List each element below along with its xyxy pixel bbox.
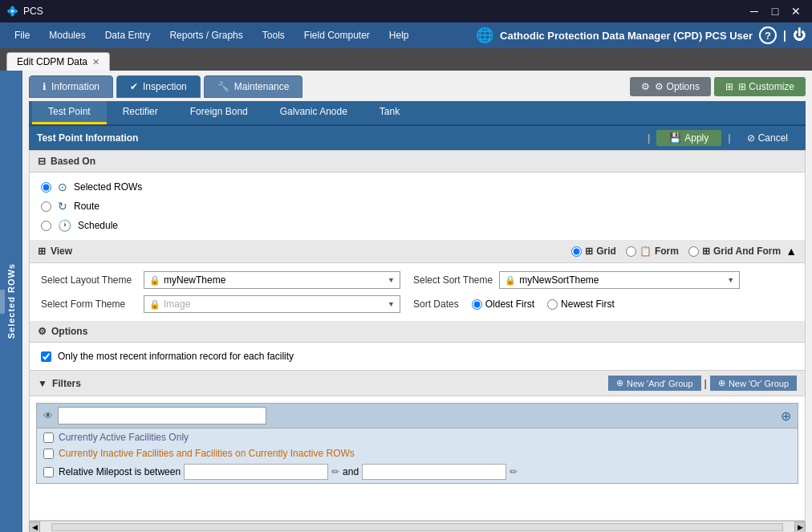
apply-button[interactable]: 💾 Apply (656, 130, 721, 146)
sort-lock-icon: 🔒 (505, 275, 516, 286)
filter-inactive-checkbox[interactable] (43, 449, 54, 459)
filter-milepost-checkbox[interactable] (43, 467, 54, 477)
tab-maintenance[interactable]: 🔧 Maintenance (204, 75, 303, 98)
tab-inspection-label: Inspection (143, 81, 187, 92)
edit-icon-2[interactable]: ✏ (510, 466, 518, 477)
subtab-rectifier[interactable]: Rectifier (107, 101, 174, 124)
filter-item-milepost: Relative Milepost is between ✏ and ✏ (43, 464, 791, 480)
form-theme-select[interactable]: 🔒 Image (144, 295, 400, 313)
tab-bar: Edit CDPM Data ✕ (0, 48, 812, 71)
horizontal-scrollbar-track[interactable] (51, 523, 783, 531)
menu-tools[interactable]: Tools (254, 26, 293, 44)
most-recent-checkbox[interactable]: Only the most recent information record … (41, 351, 794, 362)
tab-close-icon[interactable]: ✕ (92, 57, 99, 67)
filters-buttons: ⊕ New 'And' Group | ⊕ New 'Or' Group (608, 376, 797, 391)
view-icon-filter: 👁 (43, 410, 53, 421)
filter-group-header: 👁 ⊕ (37, 404, 798, 428)
minimize-button[interactable]: ─ (745, 3, 764, 19)
rows-icon: ⊙ (58, 181, 67, 193)
table-icon: ⊞ (38, 246, 46, 257)
gear-options-icon: ⚙ (38, 326, 47, 337)
view-mode-group: ⊞ Grid 📋 Form ⊞ Grid And Form (571, 246, 781, 257)
panel-header: Test Point Information | 💾 Apply | ⊘ Can… (29, 126, 806, 150)
divider: | (648, 132, 650, 144)
menu-modules[interactable]: Modules (41, 26, 93, 44)
new-or-group-button[interactable]: ⊕ New 'Or' Group (710, 376, 797, 391)
content-area: ℹ Information ✔ Inspection 🔧 Maintenance… (22, 71, 812, 532)
menu-reports[interactable]: Reports / Graphs (161, 26, 250, 44)
logout-icon[interactable]: ⏻ (793, 28, 806, 43)
radio-selected-rows[interactable]: ⊙ Selected ROWs (41, 181, 794, 193)
subtab-tank[interactable]: Tank (363, 101, 416, 124)
radio-route[interactable]: ↻ Route (41, 200, 794, 213)
view-form[interactable]: 📋 Form (626, 246, 679, 257)
menu-file[interactable]: File (6, 26, 38, 44)
tab-information-label: Information (51, 81, 99, 92)
menu-data-entry[interactable]: Data Entry (97, 26, 159, 44)
tab-information[interactable]: ℹ Information (29, 75, 113, 98)
menu-field-computer[interactable]: Field Computer (296, 26, 378, 44)
layout-theme-value: myNewTheme (164, 274, 225, 286)
layout-theme-label: Select Layout Theme (41, 274, 137, 286)
sort-newest-first[interactable]: Newest First (547, 298, 615, 310)
collapse-view-button[interactable]: ▲ (786, 245, 797, 258)
filter-inactive-label[interactable]: Currently Inactive Facilities and Facili… (59, 448, 355, 459)
subtab-galvanic-anode[interactable]: Galvanic Anode (264, 101, 363, 124)
divider2: | (728, 132, 730, 144)
edit-icon-1[interactable]: ✏ (331, 466, 339, 477)
filters-title-group: ▼ Filters (38, 378, 81, 389)
save-icon: 💾 (669, 132, 681, 144)
sort-theme-row: Select Sort Theme 🔒 myNewSortTheme (413, 271, 740, 289)
scroll-left-button[interactable]: ◀ (29, 522, 40, 533)
menu-help[interactable]: Help (381, 26, 417, 44)
sort-theme-select[interactable]: 🔒 myNewSortTheme (499, 271, 740, 289)
or-icon: ⊕ (718, 378, 725, 388)
view-grid[interactable]: ⊞ Grid (571, 246, 616, 257)
title-bar-controls: ─ □ ✕ (745, 3, 806, 19)
cancel-button[interactable]: ⊘ Cancel (737, 130, 798, 146)
menu-bar: File Modules Data Entry Reports / Graphs… (0, 22, 812, 48)
filter-icon: ▼ (38, 378, 47, 389)
lock-icon: 🔒 (149, 275, 160, 286)
content-panel: ⊟ Based On ⊙ Selected ROWs ↻ Route (29, 150, 806, 521)
based-on-radio-group: ⊙ Selected ROWs ↻ Route 🕐 Schedule (41, 181, 794, 232)
tab-inspection[interactable]: ✔ Inspection (116, 75, 201, 98)
form-theme-sort-dates-row: Select Form Theme 🔒 Image Sort Dates Old… (41, 295, 794, 313)
new-and-group-button[interactable]: ⊕ New 'And' Group (608, 376, 700, 391)
view-header: ⊞ View ⊞ Grid 📋 Form (30, 240, 805, 263)
app-title: 🌐 Cathodic Protection Data Manager (CPD)… (476, 26, 806, 44)
bottom-scrollbar[interactable]: ◀ ▶ (29, 521, 806, 532)
close-button[interactable]: ✕ (786, 3, 806, 19)
view-grid-form[interactable]: ⊞ Grid And Form (688, 246, 781, 257)
panel-title: Test Point Information (37, 132, 138, 144)
customize-button[interactable]: ⊞ ⊞ Customize (714, 77, 806, 96)
filter-milepost-from[interactable] (184, 464, 328, 480)
radio-schedule[interactable]: 🕐 Schedule (41, 219, 794, 232)
filter-group-input[interactable] (58, 407, 266, 424)
sort-dates-row: Sort Dates Oldest First Newest First (413, 295, 615, 313)
subtab-test-point[interactable]: Test Point (32, 101, 107, 124)
layout-theme-select[interactable]: 🔒 myNewTheme (144, 271, 400, 289)
maximize-button[interactable]: □ (765, 3, 785, 19)
filter-item-inactive: Currently Inactive Facilities and Facili… (43, 448, 791, 459)
sidebar-handle[interactable] (0, 290, 5, 314)
subtab-foreign-bond[interactable]: Foreign Bond (174, 101, 264, 124)
route-icon: ↻ (58, 200, 67, 213)
sort-oldest-first[interactable]: Oldest First (472, 298, 534, 310)
filter-active-label[interactable]: Currently Active Facilities Only (59, 432, 189, 443)
help-icon[interactable]: ? (759, 26, 777, 44)
tab-edit-cpdm[interactable]: Edit CDPM Data ✕ (6, 52, 110, 71)
scroll-right-button[interactable]: ▶ (794, 522, 806, 533)
form-theme-label: Select Form Theme (41, 298, 137, 310)
clock-icon: 🕐 (58, 219, 71, 232)
divider-icon: | (783, 29, 786, 42)
options-body: Only the most recent information record … (30, 343, 805, 370)
filter-milepost-to[interactable] (362, 464, 506, 480)
app-logo: 💠 (6, 6, 18, 17)
gear-icon: ⚙ (641, 81, 650, 92)
add-filter-button[interactable]: ⊕ (781, 408, 791, 424)
options-button[interactable]: ⚙ ⚙ Options (630, 77, 711, 96)
app-name: PCS (23, 6, 43, 17)
globe-icon: 🌐 (476, 26, 493, 44)
filter-active-checkbox[interactable] (43, 433, 54, 443)
